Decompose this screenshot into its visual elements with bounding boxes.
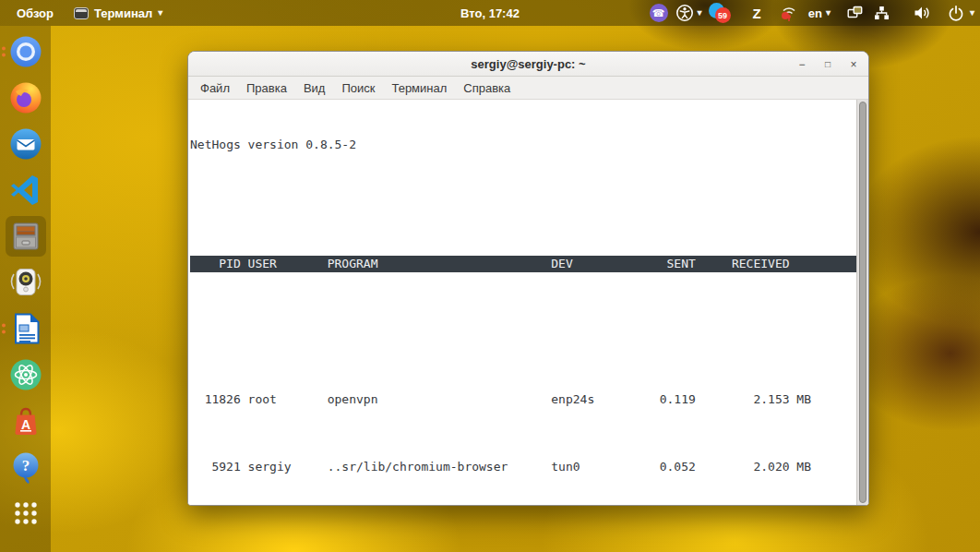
cell-user: sergiy xyxy=(248,459,328,475)
help-icon[interactable]: ? xyxy=(8,450,43,485)
table-rows: 11826 root openvpn enp24s 0.119 2.153 MB… xyxy=(190,323,856,506)
table-row: 11826 root openvpn enp24s 0.119 2.153 MB xyxy=(190,391,856,408)
cell-received: 2.153 xyxy=(696,391,790,408)
speaker-app-icon[interactable] xyxy=(8,265,43,300)
chevron-down-icon[interactable]: ▾ xyxy=(970,8,974,18)
cell-program: ..sr/lib/chromium-browser xyxy=(328,459,552,475)
cell-unit: MB xyxy=(790,391,811,408)
clock-label: Вто, 17:42 xyxy=(460,6,520,20)
ubuntu-software-icon[interactable]: A xyxy=(8,403,43,438)
header-received: RECEIVED xyxy=(696,256,790,272)
menu-item[interactable]: Правка xyxy=(238,78,295,98)
terminal-window: sergiy@sergiy-pc: ~ − □ × ФайлПравкаВидП… xyxy=(187,51,869,506)
alert-dot xyxy=(782,12,789,19)
layout-label: en xyxy=(808,6,822,20)
power-icon[interactable] xyxy=(948,5,964,21)
cell-dev: enp24s xyxy=(551,391,602,408)
hotspot-indicator-icon[interactable] xyxy=(781,4,797,22)
header-dev: DEV xyxy=(551,256,602,272)
window-titlebar[interactable]: sergiy@sergiy-pc: ~ − □ × xyxy=(188,52,868,77)
running-indicator xyxy=(2,324,6,334)
maximize-button[interactable]: □ xyxy=(819,55,837,74)
software-a-glyph: A xyxy=(20,417,30,432)
vscode-icon[interactable] xyxy=(8,173,43,208)
menu-bar: ФайлПравкаВидПоискТерминалСправка xyxy=(188,77,868,100)
chevron-down-icon[interactable]: ▾ xyxy=(698,8,702,18)
header-sent: SENT xyxy=(602,256,696,272)
show-applications-icon[interactable] xyxy=(8,496,43,531)
menu-item[interactable]: Вид xyxy=(295,78,334,98)
terminal-content-area: NetHogs version 0.8.5-2 PID USER PROGRAM… xyxy=(188,100,868,505)
scrollbar-thumb[interactable] xyxy=(859,102,866,503)
screen-share-icon[interactable] xyxy=(847,6,863,20)
blank-line xyxy=(190,187,856,204)
cell-sent: 0.052 xyxy=(602,459,696,475)
cell-user: root xyxy=(248,391,328,408)
accessibility-icon[interactable] xyxy=(675,4,694,22)
header-program: PROGRAM xyxy=(328,256,552,272)
chromium-icon[interactable] xyxy=(8,34,43,69)
file-cabinet-icon[interactable] xyxy=(8,219,43,254)
atom-app-icon[interactable] xyxy=(8,357,43,392)
menu-item[interactable]: Терминал xyxy=(383,78,455,98)
keyboard-layout-indicator[interactable]: en ▾ xyxy=(808,6,831,20)
firefox-icon[interactable] xyxy=(8,80,43,115)
chevron-down-icon: ▾ xyxy=(826,8,831,18)
chevron-down-icon: ▾ xyxy=(158,8,162,18)
thunderbird-icon[interactable] xyxy=(8,126,43,162)
unread-count-badge: 59 xyxy=(715,7,731,23)
volume-icon[interactable] xyxy=(913,5,931,21)
cell-unit: MB xyxy=(790,459,811,475)
window-title: sergiy@sergiy-pc: ~ xyxy=(471,57,585,71)
message-badge-icon[interactable]: 59 xyxy=(709,3,731,23)
table-row: 5921 sergiy ..sr/lib/chromium-browser tu… xyxy=(190,459,856,475)
terminal-output: NetHogs version 0.8.5-2 PID USER PROGRAM… xyxy=(188,100,856,505)
cell-received: 2.020 xyxy=(696,459,790,475)
z-app-icon[interactable]: Z xyxy=(753,6,760,21)
cell-sent: 0.119 xyxy=(602,391,696,408)
header-pid: PID xyxy=(190,256,241,272)
table-header: PID USER PROGRAM DEV SENT RECEIVED xyxy=(190,256,856,272)
close-button[interactable]: × xyxy=(844,55,863,74)
clock[interactable]: Вто, 17:42 xyxy=(451,0,529,26)
scrollbar[interactable] xyxy=(856,100,868,505)
cell-dev: tun0 xyxy=(551,459,602,475)
app-menu[interactable]: Терминал ▾ xyxy=(74,6,162,20)
top-bar: Обзор Терминал ▾ Вто, 17:42 ☎ ▾ 59 Z xyxy=(0,0,980,26)
terminal-app-icon xyxy=(74,7,89,19)
menu-item[interactable]: Файл xyxy=(192,78,238,98)
activities-button[interactable]: Обзор xyxy=(9,6,61,20)
wired-network-icon[interactable] xyxy=(874,6,890,20)
running-indicator xyxy=(2,47,6,57)
phone-glyph: ☎ xyxy=(652,7,665,19)
cell-program: openvpn xyxy=(328,391,552,408)
dock: A ? xyxy=(0,26,51,552)
header-user: USER xyxy=(248,256,328,272)
menu-item[interactable]: Справка xyxy=(455,78,519,98)
viber-icon[interactable]: ☎ xyxy=(650,4,668,22)
version-line: NetHogs version 0.8.5-2 xyxy=(190,137,856,153)
help-question-glyph: ? xyxy=(21,457,30,474)
minimize-button[interactable]: − xyxy=(793,55,811,74)
cell-pid: 5921 xyxy=(190,459,241,475)
app-menu-label: Терминал xyxy=(94,6,152,20)
libreoffice-writer-icon[interactable] xyxy=(8,311,43,346)
menu-item[interactable]: Поиск xyxy=(333,78,383,98)
cell-pid: 11826 xyxy=(190,391,241,408)
